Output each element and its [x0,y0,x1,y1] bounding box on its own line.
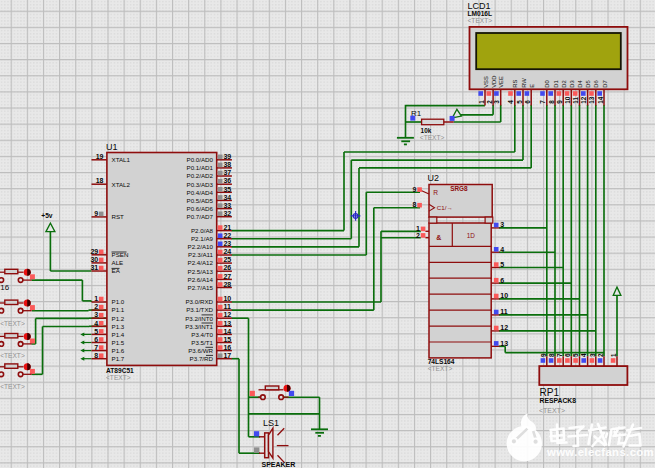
svg-text:<TEXT>: <TEXT> [106,374,131,381]
svg-text:4: 4 [500,246,504,253]
svg-text:ALE: ALE [112,259,124,266]
svg-text:D0: D0 [544,80,550,87]
svg-text:1: 1 [610,353,617,357]
svg-text:11: 11 [500,308,508,315]
svg-text:24: 24 [223,248,231,255]
svg-text:13: 13 [588,96,595,104]
svg-text:3: 3 [493,100,500,104]
svg-text:3: 3 [500,221,504,228]
svg-text:P3.1/TXD: P3.1/TXD [186,306,213,313]
svg-text:D3: D3 [569,80,575,87]
svg-text:18: 18 [96,177,104,184]
svg-text:5: 5 [94,328,98,335]
svg-text:D4: D4 [577,80,583,88]
svg-text:SPEAKER: SPEAKER [262,461,296,468]
svg-text:P2.2/A10: P2.2/A10 [188,243,214,250]
svg-text:SRG8: SRG8 [450,185,468,192]
svg-text:P3.0/RXD: P3.0/RXD [185,298,213,305]
svg-text:P1.5: P1.5 [112,339,125,346]
svg-text:13: 13 [223,320,231,327]
svg-text:4: 4 [507,100,514,104]
svg-text:R: R [433,189,438,196]
svg-text:<TEXT>: <TEXT> [0,352,25,359]
svg-text:6: 6 [524,100,531,104]
svg-text:D2: D2 [561,80,567,87]
svg-text:21: 21 [223,224,231,231]
svg-text:10: 10 [564,96,571,104]
svg-text:P2.6/A14: P2.6/A14 [188,276,214,283]
svg-text:11: 11 [572,97,579,104]
svg-text:D1: D1 [553,80,559,87]
svg-text:<TEXT>: <TEXT> [0,320,25,327]
svg-text:2: 2 [416,232,420,239]
svg-text:23: 23 [223,240,231,247]
svg-text:P1.1: P1.1 [112,306,125,313]
svg-text:1: 1 [94,295,98,302]
svg-text:P2.0/A8: P2.0/A8 [191,227,214,234]
svg-text:32: 32 [223,210,231,217]
svg-text:D6: D6 [593,80,599,87]
svg-text:RESPACK8: RESPACK8 [540,397,577,404]
svg-text:14: 14 [597,96,604,104]
svg-text:19: 19 [96,153,104,160]
svg-text:P2.3/A11: P2.3/A11 [188,251,214,258]
svg-text:11: 11 [223,303,231,310]
svg-text:14: 14 [223,328,231,335]
svg-text:8: 8 [548,100,555,104]
svg-text:U2: U2 [428,173,440,183]
svg-text:13: 13 [500,340,508,347]
svg-text:P1.3: P1.3 [112,323,125,330]
svg-text:16: 16 [223,344,231,351]
svg-text:17: 17 [223,352,231,359]
svg-text:3: 3 [94,311,98,318]
svg-text:7: 7 [94,344,98,351]
svg-text:C1/→: C1/→ [437,204,453,211]
svg-text:10k: 10k [421,127,432,134]
svg-text:P3.4/T0: P3.4/T0 [191,331,213,338]
svg-text:VDD: VDD [491,76,497,88]
svg-text:6: 6 [564,353,571,357]
svg-text:AT89C51: AT89C51 [106,367,134,374]
svg-text:<TEXT>: <TEXT> [468,17,493,24]
svg-text:<TEXT>: <TEXT> [428,365,453,372]
svg-text:15: 15 [223,336,231,343]
svg-text:37: 37 [223,169,231,176]
svg-text:10: 10 [500,292,508,299]
svg-text:&: & [436,234,441,241]
svg-text:3: 3 [589,353,596,357]
svg-text:8: 8 [412,201,416,208]
svg-text:28: 28 [223,281,231,288]
svg-text:U1: U1 [106,142,118,152]
svg-text:39: 39 [223,153,231,160]
svg-text:P1.7: P1.7 [112,355,125,362]
svg-text:38: 38 [223,161,231,168]
svg-text:+5v: +5v [41,212,53,219]
svg-text:31: 31 [90,264,98,271]
svg-text:9: 9 [556,100,563,104]
svg-text:30: 30 [90,256,98,263]
svg-text:P1.4: P1.4 [112,331,125,338]
svg-text:6: 6 [94,336,98,343]
svg-text:<TEXT>: <TEXT> [420,134,445,141]
svg-text:8: 8 [94,352,98,359]
svg-text:7: 7 [556,353,563,357]
svg-text:34: 34 [223,194,231,201]
svg-text:E: E [529,84,535,88]
svg-text:1: 1 [478,100,485,104]
svg-text:RW: RW [521,78,527,88]
svg-text:4: 4 [94,320,98,327]
svg-text:D7: D7 [602,80,608,87]
svg-text:2: 2 [486,100,493,104]
svg-text:P0.2/AD2: P0.2/AD2 [187,172,214,179]
svg-text:P0.7/AD7: P0.7/AD7 [187,213,214,220]
svg-text:12: 12 [500,324,508,331]
svg-text:P3.2/INT0: P3.2/INT0 [185,315,213,322]
svg-text:P0.1/AD1: P0.1/AD1 [187,164,214,171]
svg-text:XTAL1: XTAL1 [112,156,131,163]
svg-text:2: 2 [597,353,604,357]
svg-text:<TEXT>: <TEXT> [0,383,25,390]
svg-text:P0.5/AD5: P0.5/AD5 [187,197,214,204]
svg-text:22: 22 [223,232,231,239]
svg-text:P3.6/WR: P3.6/WR [188,347,213,354]
svg-text:P0.6/AD6: P0.6/AD6 [187,205,214,212]
